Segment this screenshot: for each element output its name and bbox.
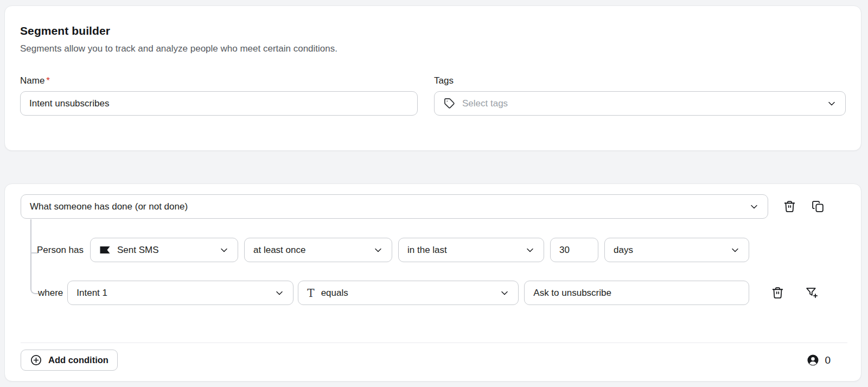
chevron-down-icon (826, 98, 837, 109)
operator-select-value: equals (321, 288, 348, 299)
operator-select[interactable]: T equals (298, 281, 519, 305)
audience-count-value: 0 (825, 354, 831, 366)
time-window-select-value: in the last (407, 245, 447, 256)
person-badge-icon (807, 354, 819, 366)
builder-footer: Add condition 0 (21, 350, 846, 371)
trash-icon (771, 286, 784, 300)
chevron-down-icon (730, 245, 741, 256)
tags-label: Tags (434, 75, 846, 86)
event-select-value: Sent SMS (117, 245, 159, 256)
time-amount-input[interactable] (550, 238, 598, 262)
text-type-icon: T (307, 288, 314, 299)
name-label: Name* (20, 75, 418, 86)
time-unit-select[interactable]: days (604, 238, 749, 262)
time-window-select[interactable]: in the last (398, 238, 544, 262)
chevron-down-icon (499, 288, 510, 299)
circle-plus-icon (30, 354, 42, 366)
tag-icon (443, 97, 456, 110)
chevron-down-icon (525, 245, 535, 256)
condition-type-row: What someone has done (or not done) (21, 194, 825, 219)
segment-name-input[interactable] (20, 91, 418, 116)
conditions-card: What someone has done (or not done) (4, 183, 861, 382)
trash-icon (783, 200, 796, 213)
filter-row-prefix: where (38, 288, 63, 299)
tags-select[interactable]: Select tags (434, 91, 846, 116)
audience-count: 0 (807, 354, 831, 366)
add-filter-button[interactable] (805, 286, 819, 300)
chevron-down-icon (373, 245, 384, 256)
flag-icon (99, 246, 111, 254)
frequency-select-value: at least once (253, 245, 305, 256)
segment-builder-card: Segment builder Segments allow you to tr… (4, 5, 861, 151)
page-title: Segment builder (20, 24, 846, 37)
condition-type-value: What someone has done (or not done) (30, 201, 188, 212)
event-condition-row: Person has Sent SMS at least once in the… (21, 238, 749, 262)
attribute-select[interactable]: Intent 1 (67, 281, 293, 305)
event-select[interactable]: Sent SMS (90, 238, 238, 262)
event-row-prefix: Person has (37, 245, 84, 256)
add-condition-label: Add condition (48, 355, 108, 365)
duplicate-condition-button[interactable] (811, 200, 825, 213)
add-condition-button[interactable]: Add condition (21, 350, 118, 371)
footer-divider (21, 342, 847, 343)
segment-meta-form: Name* Tags Select tags (20, 75, 846, 116)
copy-icon (811, 200, 825, 213)
required-asterisk: * (46, 75, 50, 86)
page-subtitle: Segments allow you to track and analyze … (20, 43, 846, 54)
chevron-down-icon (749, 201, 760, 212)
name-field-group: Name* (20, 75, 418, 116)
filter-condition-row: where Intent 1 T equals (21, 281, 819, 305)
time-unit-select-value: days (614, 245, 633, 256)
delete-filter-button[interactable] (771, 286, 784, 300)
name-label-text: Name (20, 75, 44, 86)
frequency-select[interactable]: at least once (244, 238, 392, 262)
filter-add-icon (805, 286, 819, 300)
tags-field-group: Tags Select tags (434, 75, 846, 116)
filter-value-input[interactable] (524, 281, 749, 305)
condition-type-select[interactable]: What someone has done (or not done) (21, 194, 768, 219)
chevron-down-icon (274, 288, 285, 299)
chevron-down-icon (219, 245, 229, 256)
delete-condition-button[interactable] (783, 200, 796, 213)
attribute-select-value: Intent 1 (76, 288, 107, 299)
tags-placeholder: Select tags (462, 98, 508, 109)
